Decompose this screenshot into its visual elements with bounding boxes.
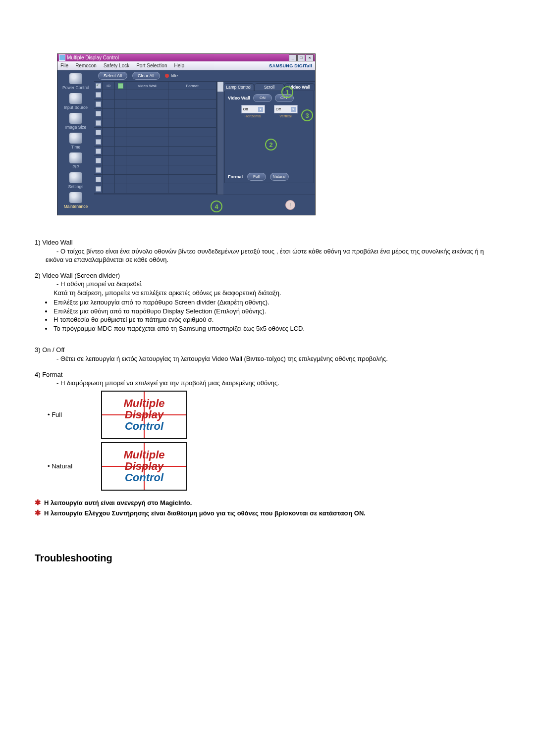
chevron-down-icon: ▾ bbox=[258, 107, 263, 112]
vertical-dropdown[interactable]: Off▾ bbox=[274, 105, 298, 113]
tab-lamp-control[interactable]: Lamp Control bbox=[223, 83, 254, 91]
brand-label: SAMSUNG DIGITall bbox=[269, 63, 312, 68]
row-checkbox[interactable] bbox=[96, 167, 101, 173]
col-format: Format bbox=[168, 82, 216, 90]
col-id: ID bbox=[103, 82, 115, 90]
settings-icon bbox=[69, 172, 82, 183]
callout-3: 3 bbox=[301, 109, 313, 121]
sidebar-item-maintenance[interactable]: Maintenance bbox=[64, 192, 88, 209]
doc-bullet: Το πρόγραμμα MDC που παρέχεται από τη Sa… bbox=[53, 324, 500, 333]
video-wall-row: Video Wall ON OFF bbox=[225, 91, 314, 105]
warning-icon: ! bbox=[285, 200, 295, 210]
horizontal-dropdown[interactable]: Off▾ bbox=[241, 105, 265, 113]
doc-1-a: Ο τοίχος βίντεο είναι ένα σύνολο οθονών … bbox=[46, 248, 484, 264]
scroll-thumb[interactable] bbox=[217, 87, 223, 92]
menu-remocon[interactable]: Remocon bbox=[75, 63, 97, 68]
troubleshooting-heading: Troubleshooting bbox=[35, 553, 535, 564]
tab-scroll[interactable]: Scroll bbox=[254, 83, 285, 91]
maximize-button[interactable]: □ bbox=[297, 54, 305, 61]
top-controls: Select All Clear All Idle bbox=[94, 70, 315, 82]
menubar: File Remocon Safety Lock Port Selection … bbox=[57, 61, 315, 70]
display-grid: ID Video Wall Format bbox=[94, 82, 217, 195]
menu-safety-lock[interactable]: Safety Lock bbox=[104, 63, 129, 68]
doc-body: 1) Video Wall Ο τοίχος βίντεο είναι ένα … bbox=[35, 238, 500, 518]
titlebar: Multiple Display Control _ □ × bbox=[57, 54, 315, 61]
format-natural-button[interactable]: Natural bbox=[270, 173, 289, 181]
close-button[interactable]: × bbox=[306, 54, 314, 61]
table-row[interactable] bbox=[94, 118, 216, 128]
example-natural-label: Natural bbox=[35, 462, 87, 471]
table-row[interactable] bbox=[94, 156, 216, 165]
window-controls: _ □ × bbox=[289, 54, 314, 61]
table-row[interactable] bbox=[94, 100, 216, 109]
example-natural-tile: Multiple Display Control bbox=[101, 442, 187, 491]
app-window-wrap: Multiple Display Control _ □ × File Remo… bbox=[57, 53, 315, 215]
table-row[interactable] bbox=[94, 128, 216, 137]
table-row[interactable] bbox=[94, 90, 216, 100]
format-row: Format Full Natural bbox=[225, 173, 314, 181]
idle-dot-icon bbox=[165, 74, 169, 78]
row-checkbox[interactable] bbox=[96, 186, 101, 192]
row-checkbox[interactable] bbox=[96, 101, 101, 107]
callout-2: 2 bbox=[265, 139, 277, 151]
sidebar-item-settings[interactable]: Settings bbox=[68, 172, 84, 189]
col-checkbox[interactable] bbox=[94, 82, 103, 90]
select-all-button[interactable]: Select All bbox=[98, 72, 127, 80]
table-row[interactable] bbox=[94, 109, 216, 118]
minimize-button[interactable]: _ bbox=[289, 54, 297, 61]
menu-help[interactable]: Help bbox=[174, 63, 184, 68]
doc-2-bullets: Επιλέξτε μια λειτουργία από το παράθυρο … bbox=[35, 298, 500, 333]
star-icon: ✱ bbox=[35, 509, 41, 516]
row-checkbox[interactable] bbox=[96, 130, 101, 135]
sidebar-item-input-source[interactable]: Input Source bbox=[64, 93, 88, 110]
maintenance-icon bbox=[69, 192, 82, 203]
doc-3-a: Θέτει σε λειτουργία ή εκτός λειτουργίας … bbox=[46, 355, 388, 362]
note-1: Η λειτουργία αυτή είναι ανενεργή στο Mag… bbox=[44, 499, 192, 507]
table-row[interactable] bbox=[94, 147, 216, 156]
col-video-wall: Video Wall bbox=[126, 82, 168, 90]
video-wall-on-button[interactable]: ON bbox=[253, 94, 272, 102]
example-full-label: Full bbox=[35, 410, 87, 419]
video-wall-label: Video Wall bbox=[228, 96, 250, 101]
dropdowns-row: Off▾ Horizontal Off▾ Vertical bbox=[225, 105, 314, 118]
table-row[interactable] bbox=[94, 175, 216, 184]
right-box: Video Wall ON OFF Off▾ Horizontal bbox=[224, 91, 314, 183]
grid-header: ID Video Wall Format bbox=[94, 82, 216, 90]
format-label: Format bbox=[228, 174, 243, 179]
power-header-icon bbox=[118, 83, 123, 89]
grid-scrollbar[interactable] bbox=[217, 82, 223, 195]
scroll-up-button[interactable] bbox=[217, 82, 223, 87]
menu-file[interactable]: File bbox=[60, 63, 68, 68]
power-control-icon bbox=[69, 73, 82, 84]
pip-icon bbox=[69, 152, 82, 163]
sidebar-item-time[interactable]: Time bbox=[69, 133, 82, 150]
time-icon bbox=[69, 133, 82, 144]
header-checkbox[interactable] bbox=[96, 83, 101, 89]
row-checkbox[interactable] bbox=[96, 158, 101, 163]
sidebar-item-pip[interactable]: PIP bbox=[69, 152, 82, 169]
sidebar-item-image-size[interactable]: Image Size bbox=[65, 113, 87, 130]
row-checkbox[interactable] bbox=[96, 120, 101, 126]
table-row[interactable] bbox=[94, 165, 216, 175]
row-checkbox[interactable] bbox=[96, 177, 101, 182]
menu-port-selection[interactable]: Port Selection bbox=[136, 63, 167, 68]
doc-4-a: Η διαμόρφωση μπορεί να επιλεγεί για την … bbox=[46, 379, 279, 387]
row-checkbox[interactable] bbox=[96, 111, 101, 116]
table-row[interactable] bbox=[94, 137, 216, 147]
app-icon bbox=[59, 54, 65, 61]
doc-4-title: 4) Format bbox=[35, 371, 62, 378]
row-checkbox[interactable] bbox=[96, 92, 101, 98]
table-row[interactable] bbox=[94, 184, 216, 194]
clear-all-button[interactable]: Clear All bbox=[132, 72, 160, 80]
row-checkbox[interactable] bbox=[96, 139, 101, 145]
footer-area: ! bbox=[94, 195, 315, 215]
doc-2-b: Κατά τη διαίρεση, μπορείτε να επιλέξετε … bbox=[35, 289, 500, 298]
row-checkbox[interactable] bbox=[96, 149, 101, 154]
sidebar-item-power-control[interactable]: Power Control bbox=[62, 73, 89, 90]
right-panel: Lamp Control Scroll Video Wall Video Wal… bbox=[223, 82, 315, 195]
col-power bbox=[115, 82, 126, 90]
callout-4: 4 bbox=[211, 201, 222, 212]
doc-bullet: Επιλέξτε μια λειτουργία από το παράθυρο … bbox=[53, 298, 500, 307]
format-full-button[interactable]: Full bbox=[247, 173, 266, 181]
sidebar: Power Control Input Source Image Size Ti… bbox=[57, 70, 94, 215]
